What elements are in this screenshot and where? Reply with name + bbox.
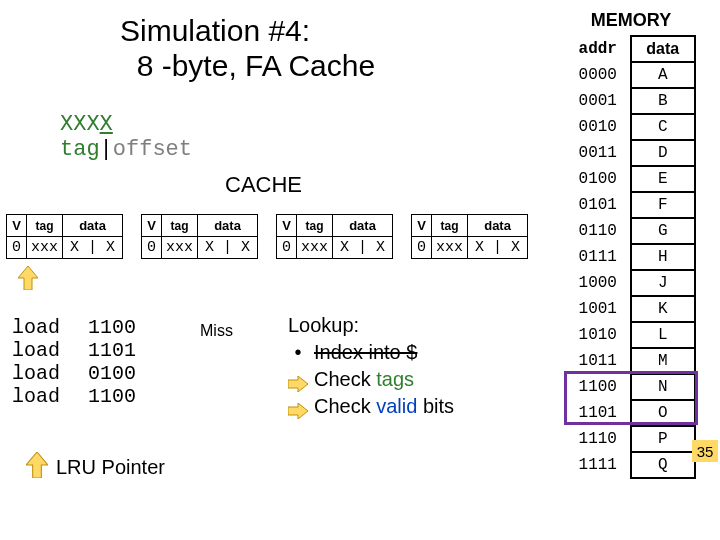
cache-tag-0: xxx (27, 237, 63, 259)
load-op: load (12, 339, 60, 362)
slide-number-badge: 35 (692, 440, 718, 462)
cache-h-v: V (142, 215, 162, 237)
lru-pointer-label: LRU Pointer (56, 456, 165, 479)
cache-h-tag: tag (162, 215, 198, 237)
memory-addr: 0011 (566, 140, 631, 166)
lookup-steps: Lookup: • Index into $ Check tags Check … (288, 312, 454, 420)
cache-block-2: V tag data 0 xxx X | X (276, 214, 393, 259)
addr-pipe: | (100, 137, 113, 162)
lookup-step-tags-a: Check (314, 368, 376, 390)
miss-text: Miss (200, 322, 233, 339)
cache-data-1: X | X (198, 237, 258, 259)
memory-addr: 0110 (566, 218, 631, 244)
cache-container: V tag data 0 xxx X | X V tag data 0 xxx … (6, 214, 528, 259)
cache-v-1: 0 (142, 237, 162, 259)
memory-addr: 1111 (566, 452, 631, 478)
cache-h-data: data (198, 215, 258, 237)
cache-v-0: 0 (7, 237, 27, 259)
lookup-step-valid-b: valid (376, 395, 417, 417)
memory-data: B (631, 88, 696, 114)
cache-tag-3: xxx (432, 237, 468, 259)
memory-h-data: data (631, 36, 696, 62)
memory-addr: 0101 (566, 192, 631, 218)
cache-heading: CACHE (225, 172, 302, 198)
memory-title: MEMORY (566, 10, 696, 31)
memory-addr: 1001 (566, 296, 631, 322)
cache-block-1: V tag data 0 xxx X | X (141, 214, 258, 259)
title-line2: 8 -byte, FA Cache (137, 49, 375, 82)
memory-data: K (631, 296, 696, 322)
memory-data: E (631, 166, 696, 192)
svg-marker-2 (288, 403, 308, 419)
cache-v-2: 0 (277, 237, 297, 259)
title-line1: Simulation #4: (120, 14, 310, 47)
memory-addr: 1010 (566, 322, 631, 348)
cache-data-2: X | X (333, 237, 393, 259)
cache-data-0: X | X (63, 237, 123, 259)
miss-label: Miss (200, 322, 233, 340)
memory-data: Q (631, 452, 696, 478)
cache-h-data: data (63, 215, 123, 237)
memory-addr: 1100 (566, 374, 631, 400)
memory-data: F (631, 192, 696, 218)
memory-addr: 0000 (566, 62, 631, 88)
memory-data: A (631, 62, 696, 88)
cache-h-v: V (7, 215, 27, 237)
addr-label-tag: tag (60, 137, 100, 162)
memory-data: J (631, 270, 696, 296)
addr-label-offset: offset (113, 137, 192, 162)
cache-tag-1: xxx (162, 237, 198, 259)
lookup-step-valid-a: Check (314, 395, 376, 417)
cache-h-tag: tag (297, 215, 333, 237)
cache-block-3: V tag data 0 xxx X | X (411, 214, 528, 259)
memory-data: C (631, 114, 696, 140)
cache-h-data: data (468, 215, 528, 237)
arrow-right-icon (288, 372, 308, 388)
memory-addr: 1000 (566, 270, 631, 296)
cache-data-3: X | X (468, 237, 528, 259)
load-op: load (12, 316, 60, 339)
load-sequence: load1100 load1101 load0100 load1100 (12, 316, 136, 408)
cache-block-0: V tag data 0 xxx X | X (6, 214, 123, 259)
load-addr-0: 1100 (88, 316, 136, 339)
memory-addr: 0001 (566, 88, 631, 114)
slide-title: Simulation #4: 8 -byte, FA Cache (120, 14, 375, 83)
load-addr-2: 0100 (88, 362, 136, 385)
svg-marker-0 (18, 266, 38, 290)
memory-addr: 0100 (566, 166, 631, 192)
load-addr-3: 1100 (88, 385, 136, 408)
cache-h-tag: tag (27, 215, 63, 237)
cache-h-data: data (333, 215, 393, 237)
memory-panel: MEMORY addr data 0000A 0001B 0010C 0011D… (566, 10, 696, 479)
load-op: load (12, 385, 60, 408)
addr-bits-offset: X (100, 112, 113, 137)
address-format: XXXX tag|offset (60, 112, 192, 163)
memory-data: N (631, 374, 696, 400)
memory-data: M (631, 348, 696, 374)
lru-pointer-icon (18, 266, 38, 290)
svg-marker-3 (26, 452, 48, 478)
lookup-step-valid-c: bits (417, 395, 454, 417)
memory-data: D (631, 140, 696, 166)
memory-h-addr: addr (566, 36, 631, 62)
load-addr-1: 1101 (88, 339, 136, 362)
cache-h-v: V (412, 215, 432, 237)
memory-addr: 0111 (566, 244, 631, 270)
memory-addr: 1110 (566, 426, 631, 452)
svg-marker-1 (288, 376, 308, 392)
lookup-step-index: Index into $ (314, 339, 417, 366)
lookup-title: Lookup: (288, 312, 454, 339)
memory-addr: 0010 (566, 114, 631, 140)
lookup-step-tags-b: tags (376, 368, 414, 390)
arrow-right-icon (288, 399, 308, 415)
lru-pointer-icon-2 (26, 452, 48, 478)
memory-data: L (631, 322, 696, 348)
slide-number: 35 (697, 443, 714, 460)
memory-table: addr data 0000A 0001B 0010C 0011D 0100E … (566, 35, 696, 479)
cache-h-v: V (277, 215, 297, 237)
cache-v-3: 0 (412, 237, 432, 259)
memory-addr: 1011 (566, 348, 631, 374)
load-op: load (12, 362, 60, 385)
addr-bits-tag: XXX (60, 112, 100, 137)
memory-data: G (631, 218, 696, 244)
